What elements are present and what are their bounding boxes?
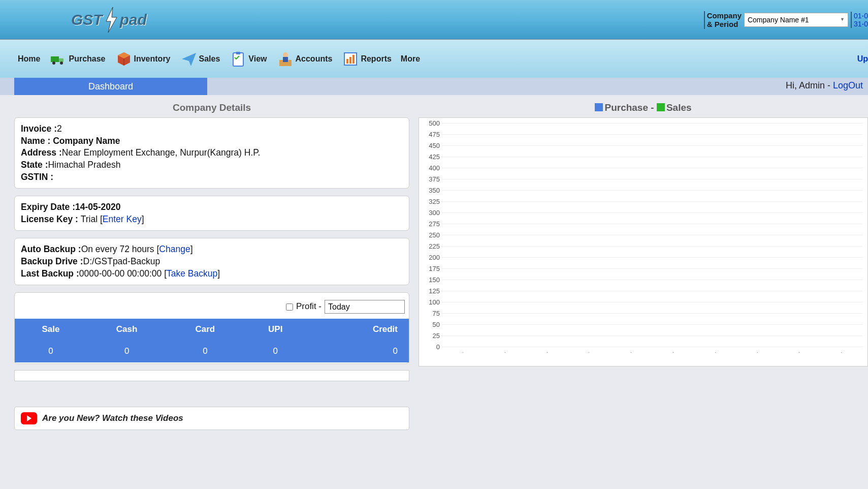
svg-marker-8 — [182, 53, 196, 66]
send-icon — [180, 50, 198, 68]
table-row: 0 0 0 0 0 — [15, 341, 409, 362]
tab-dashboard[interactable]: Dashboard — [14, 78, 207, 95]
menu-view[interactable]: View — [229, 50, 267, 68]
right-column: Purchase - Sales 02550751001251501752002… — [419, 99, 868, 430]
svg-rect-1 — [51, 56, 59, 62]
videos-card[interactable]: Are you New? Watch these Videos — [14, 407, 409, 430]
menu-inventory[interactable]: Inventory — [115, 50, 171, 68]
period-dates[interactable]: 01-0 31-0 — [851, 12, 868, 28]
menu-reports[interactable]: Reports — [341, 50, 391, 68]
menu-home[interactable]: Home — [18, 54, 40, 64]
take-backup-link[interactable]: Take Backup — [167, 268, 217, 279]
lightning-icon — [104, 7, 119, 33]
svg-point-4 — [60, 62, 63, 65]
main-menu: Home Purchase Inventory Sales View Accou… — [0, 40, 868, 78]
svg-rect-16 — [349, 57, 351, 64]
chart-icon — [341, 50, 360, 68]
app-logo: GST pad — [71, 7, 147, 33]
stats-period-select[interactable]: Today — [325, 300, 405, 314]
svg-rect-2 — [59, 58, 63, 62]
app-header: GST pad Company & Period Company Name #1… — [0, 0, 868, 40]
svg-rect-9 — [233, 53, 243, 66]
content-area: Company Details Invoice :2 Name : Compan… — [0, 95, 868, 430]
change-backup-link[interactable]: Change — [159, 244, 190, 254]
menu-accounts[interactable]: Accounts — [276, 50, 333, 68]
table-row: Sale Cash Card UPI Credit — [15, 319, 409, 341]
left-column: Company Details Invoice :2 Name : Compan… — [14, 99, 409, 430]
svg-point-3 — [52, 62, 55, 65]
company-select[interactable]: Company Name #1 — [744, 13, 848, 27]
legend-purchase-swatch — [595, 103, 603, 111]
svg-marker-0 — [106, 7, 117, 33]
chart-container: 0255075100125150175200225250275300325350… — [419, 117, 868, 366]
chart-legend: Purchase - Sales — [419, 99, 868, 117]
company-period-selector: Company & Period Company Name #1 01-0 31… — [704, 11, 868, 29]
videos-title: Are you New? Watch these Videos — [42, 413, 183, 423]
legend-sales-swatch — [657, 103, 665, 111]
backup-card: Auto Backup :On every 72 hours [Change] … — [14, 238, 409, 285]
stats-table: Sale Cash Card UPI Credit 0 0 0 0 0 — [15, 319, 409, 362]
license-card: Expiry Date :14-05-2020 License Key : Tr… — [14, 196, 409, 231]
svg-rect-15 — [346, 59, 348, 64]
svg-rect-13 — [283, 57, 288, 62]
menu-update-link[interactable]: Up — [857, 54, 868, 64]
company-info-card: Invoice :2 Name : Company Name Address :… — [14, 117, 409, 189]
person-box-icon — [276, 50, 295, 68]
svg-rect-17 — [352, 55, 355, 64]
profit-row: Profit - Today — [15, 293, 409, 319]
menu-purchase[interactable]: Purchase — [49, 50, 105, 68]
logo-text-left: GST — [71, 11, 103, 28]
company-period-label: Company & Period — [704, 11, 742, 29]
menu-more[interactable]: More — [401, 54, 420, 64]
menu-sales[interactable]: Sales — [180, 50, 220, 68]
company-details-title: Company Details — [14, 99, 409, 117]
truck-icon — [49, 50, 68, 68]
profit-checkbox[interactable] — [286, 303, 293, 311]
empty-row — [14, 370, 409, 381]
logo-text-right: pad — [120, 11, 147, 28]
box-icon — [115, 50, 133, 68]
user-greeting: Hi, Admin - LogOut — [786, 80, 863, 91]
svg-rect-10 — [236, 52, 240, 54]
youtube-icon — [21, 412, 37, 424]
logout-link[interactable]: LogOut — [833, 80, 863, 90]
enter-key-link[interactable]: Enter Key — [103, 214, 142, 224]
tab-row: Dashboard Hi, Admin - LogOut — [0, 78, 868, 95]
stats-card: Profit - Today Sale Cash Card UPI Credit — [14, 292, 409, 364]
clipboard-icon — [229, 50, 247, 68]
svg-point-12 — [283, 52, 288, 57]
